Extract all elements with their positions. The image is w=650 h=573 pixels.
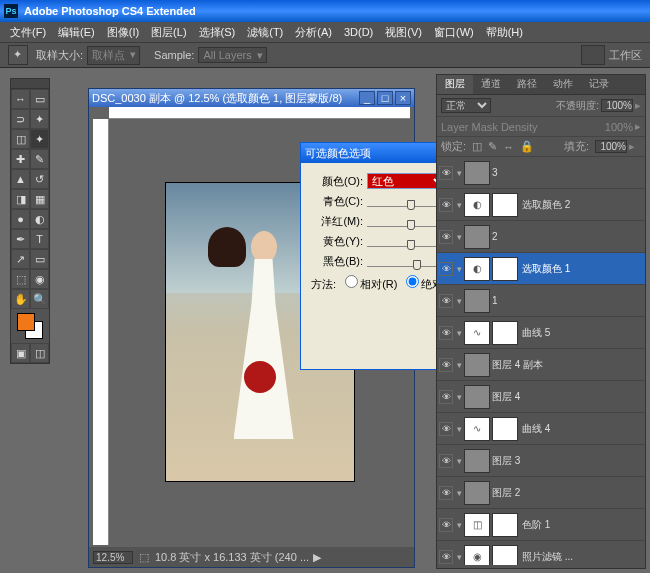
layer-thumb[interactable]: ◐ <box>464 257 490 281</box>
layer-thumb[interactable] <box>464 481 490 505</box>
layer-thumb[interactable]: ∿ <box>464 417 490 441</box>
lasso-tool[interactable]: ⊃ <box>11 109 30 129</box>
sample-size-dropdown[interactable]: 取样点 <box>87 46 140 65</box>
layer-mask[interactable] <box>492 545 518 566</box>
doc-arrow-icon[interactable]: ▶ <box>313 551 321 564</box>
crop-tool[interactable]: ◫ <box>11 129 30 149</box>
visibility-icon[interactable]: 👁 <box>439 486 453 500</box>
layer-row[interactable]: 👁▾2 <box>437 221 645 253</box>
lock-icon[interactable]: ◫ <box>472 140 482 153</box>
layer-row[interactable]: 👁▾3 <box>437 157 645 189</box>
visibility-icon[interactable]: 👁 <box>439 166 453 180</box>
layer-row[interactable]: 👁▾◉照片滤镜 ... <box>437 541 645 565</box>
screenmode-tool[interactable]: ▣ <box>11 343 30 363</box>
layer-row[interactable]: 👁▾图层 3 <box>437 445 645 477</box>
color-swatch[interactable] <box>17 313 43 339</box>
layer-mask[interactable] <box>492 513 518 537</box>
wand-tool[interactable]: ✦ <box>30 109 49 129</box>
lock-icon[interactable]: ↔ <box>503 141 514 153</box>
sample-layers-dropdown[interactable]: All Layers <box>198 47 266 63</box>
absolute-radio[interactable] <box>406 275 419 288</box>
pen-tool[interactable]: ✒ <box>11 229 30 249</box>
layer-row[interactable]: 👁▾◐选取颜色 2 <box>437 189 645 221</box>
visibility-icon[interactable]: 👁 <box>439 390 453 404</box>
3d-tool[interactable]: ⬚ <box>11 269 30 289</box>
eraser-tool[interactable]: ◨ <box>11 189 30 209</box>
eyedropper-tool-icon[interactable] <box>8 45 28 65</box>
opacity-input[interactable] <box>601 99 633 112</box>
colors-dropdown[interactable]: 红色 <box>367 173 447 189</box>
menu-item[interactable]: 图层(L) <box>145 25 192 40</box>
layer-thumb[interactable]: ∿ <box>464 321 490 345</box>
hand-tool[interactable]: ✋ <box>11 289 30 309</box>
type-tool[interactable]: T <box>30 229 49 249</box>
quickmask-tool[interactable]: ◫ <box>30 343 49 363</box>
layer-thumb[interactable]: ◫ <box>464 513 490 537</box>
layer-thumb[interactable]: ◉ <box>464 545 490 566</box>
path-tool[interactable]: ↗ <box>11 249 30 269</box>
layer-thumb[interactable] <box>464 353 490 377</box>
visibility-icon[interactable]: 👁 <box>439 326 453 340</box>
layer-row[interactable]: 👁▾图层 2 <box>437 477 645 509</box>
visibility-icon[interactable]: 👁 <box>439 198 453 212</box>
panel-tab[interactable]: 动作 <box>545 75 581 94</box>
layer-thumb[interactable] <box>464 225 490 249</box>
toolbox-header[interactable] <box>11 79 49 89</box>
visibility-icon[interactable]: 👁 <box>439 550 453 564</box>
layer-thumb[interactable]: ◐ <box>464 193 490 217</box>
menu-item[interactable]: 选择(S) <box>193 25 242 40</box>
minimize-button[interactable]: _ <box>359 91 375 105</box>
menu-item[interactable]: 分析(A) <box>289 25 338 40</box>
layer-row[interactable]: 👁▾图层 4 副本 <box>437 349 645 381</box>
visibility-icon[interactable]: 👁 <box>439 518 453 532</box>
visibility-icon[interactable]: 👁 <box>439 262 453 276</box>
relative-radio[interactable] <box>345 275 358 288</box>
menu-item[interactable]: 视图(V) <box>379 25 428 40</box>
layer-row[interactable]: 👁▾图层 4 <box>437 381 645 413</box>
dodge-tool[interactable]: ◐ <box>30 209 49 229</box>
eyedropper-tool[interactable]: ✦ <box>30 129 49 149</box>
gradient-tool[interactable]: ▦ <box>30 189 49 209</box>
lock-icon[interactable]: 🔒 <box>520 140 534 153</box>
zoom-input[interactable] <box>93 551 133 564</box>
layer-thumb[interactable] <box>464 385 490 409</box>
layer-row[interactable]: 👁▾∿曲线 4 <box>437 413 645 445</box>
zoom-tool[interactable]: 🔍 <box>30 289 49 309</box>
layer-thumb[interactable] <box>464 161 490 185</box>
3d-camera-tool[interactable]: ◉ <box>30 269 49 289</box>
layer-row[interactable]: 👁▾∿曲线 5 <box>437 317 645 349</box>
blur-tool[interactable]: ● <box>11 209 30 229</box>
maximize-button[interactable]: □ <box>377 91 393 105</box>
visibility-icon[interactable]: 👁 <box>439 358 453 372</box>
visibility-icon[interactable]: 👁 <box>439 422 453 436</box>
menu-item[interactable]: 滤镜(T) <box>241 25 289 40</box>
menu-item[interactable]: 编辑(E) <box>52 25 101 40</box>
layer-thumb[interactable] <box>464 449 490 473</box>
panel-tab[interactable]: 图层 <box>437 75 473 94</box>
layer-thumb[interactable] <box>464 289 490 313</box>
panel-tab[interactable]: 通道 <box>473 75 509 94</box>
visibility-icon[interactable]: 👁 <box>439 230 453 244</box>
workspace-icon[interactable] <box>581 45 605 65</box>
panel-tab[interactable]: 路径 <box>509 75 545 94</box>
layer-mask[interactable] <box>492 321 518 345</box>
layer-mask[interactable] <box>492 417 518 441</box>
brush-tool[interactable]: ✎ <box>30 149 49 169</box>
close-button[interactable]: × <box>395 91 411 105</box>
history-brush-tool[interactable]: ↺ <box>30 169 49 189</box>
panel-tab[interactable]: 记录 <box>581 75 617 94</box>
move-tool[interactable]: ↔ <box>11 89 30 109</box>
menu-item[interactable]: 图像(I) <box>101 25 145 40</box>
shape-tool[interactable]: ▭ <box>30 249 49 269</box>
document-titlebar[interactable]: DSC_0030 副本 @ 12.5% (选取颜色 1, 图层蒙版/8) _ □… <box>89 89 414 107</box>
menu-item[interactable]: 文件(F) <box>4 25 52 40</box>
menu-item[interactable]: 帮助(H) <box>480 25 529 40</box>
visibility-icon[interactable]: 👁 <box>439 454 453 468</box>
marquee-tool[interactable]: ▭ <box>30 89 49 109</box>
layer-row[interactable]: 👁▾1 <box>437 285 645 317</box>
menu-item[interactable]: 窗口(W) <box>428 25 480 40</box>
layer-mask[interactable] <box>492 257 518 281</box>
visibility-icon[interactable]: 👁 <box>439 294 453 308</box>
lock-icon[interactable]: ✎ <box>488 140 497 153</box>
layer-row[interactable]: 👁▾◫色阶 1 <box>437 509 645 541</box>
